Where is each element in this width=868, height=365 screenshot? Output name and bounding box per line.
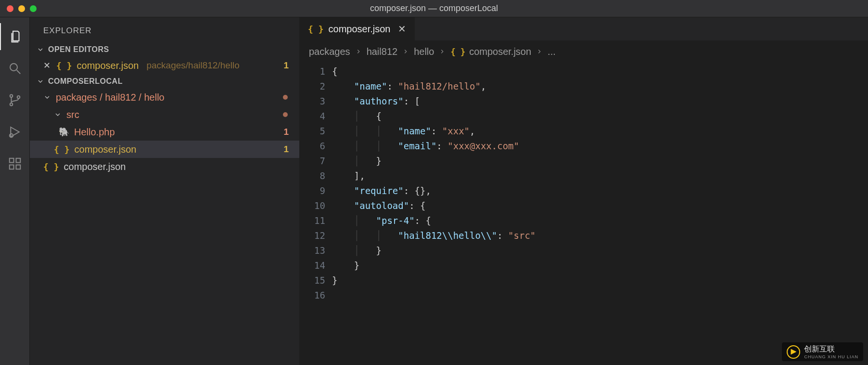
window-minimize-icon[interactable] — [18, 5, 25, 12]
explorer-title: EXPLORER — [30, 17, 299, 42]
open-editor-filename: composer.json — [77, 60, 139, 71]
svg-rect-8 — [16, 165, 20, 169]
window-titlebar: composer.json — composerLocal — [0, 0, 868, 17]
breadcrumb-more[interactable]: ... — [548, 46, 556, 57]
tree-file-composer-nested[interactable]: { } composer.json 1 — [30, 141, 299, 158]
explorer-panel: EXPLORER OPEN EDITORS ✕ { } composer.jso… — [30, 17, 299, 365]
workspace-name: COMPOSERLOCAL — [48, 77, 123, 86]
close-tab-icon[interactable]: ✕ — [398, 23, 406, 35]
open-editors-header[interactable]: OPEN EDITORS — [30, 42, 299, 57]
folder-label: packages / hail812 / hello — [56, 92, 165, 103]
folder-label: src — [66, 109, 79, 120]
json-file-icon: { } — [450, 47, 465, 57]
breadcrumb-item[interactable]: hello — [414, 46, 434, 57]
json-file-icon: { } — [308, 24, 324, 34]
git-branch-icon — [8, 93, 22, 107]
editor-area: { } composer.json ✕ packages hail812 hel… — [299, 17, 868, 365]
php-file-icon: 🐘 — [59, 127, 69, 137]
chevron-down-icon — [43, 93, 51, 101]
activity-scm[interactable] — [0, 87, 30, 114]
json-file-icon: { } — [56, 61, 72, 71]
svg-point-0 — [10, 64, 17, 71]
json-file-icon: { } — [54, 144, 70, 155]
chevron-right-icon — [402, 46, 409, 57]
files-icon — [8, 29, 23, 44]
workspace-header[interactable]: COMPOSERLOCAL — [30, 74, 299, 89]
watermark-logo-icon — [787, 345, 800, 359]
breadcrumb-item[interactable]: packages — [309, 46, 350, 57]
tab-filename: composer.json — [329, 24, 391, 35]
watermark: 创新互联 CHUANG XIN HU LIAN — [782, 342, 863, 361]
breadcrumb[interactable]: packages hail812 hello { } composer.json… — [299, 40, 868, 63]
breadcrumb-item[interactable]: hail812 — [367, 46, 398, 57]
line-gutter: 1 2 3 4 5 6 7 8 9 10 11 12 13 14 15 16 — [303, 63, 332, 365]
tree-folder-src[interactable]: src — [30, 106, 299, 123]
chevron-down-icon — [37, 78, 44, 85]
activity-bar — [0, 17, 30, 365]
activity-extensions[interactable] — [0, 150, 30, 177]
watermark-subtext: CHUANG XIN HU LIAN — [804, 354, 858, 359]
svg-point-2 — [10, 103, 13, 106]
file-label: composer.json — [75, 144, 137, 155]
search-icon — [8, 61, 22, 76]
open-editor-item[interactable]: ✕ { } composer.json packages/hail812/hel… — [30, 57, 299, 74]
window-close-icon[interactable] — [7, 5, 13, 12]
git-badge: 1 — [283, 127, 293, 137]
open-editors-label: OPEN EDITORS — [48, 45, 109, 54]
modified-dot-icon — [283, 112, 288, 117]
window-maximize-icon[interactable] — [30, 5, 37, 12]
tree-file-composer-root[interactable]: { } composer.json — [30, 158, 299, 175]
breadcrumb-file: composer.json — [469, 46, 531, 57]
editor-tab[interactable]: { } composer.json ✕ — [299, 17, 415, 40]
tree-folder-packages[interactable]: packages / hail812 / hello — [30, 89, 299, 106]
activity-debug[interactable] — [0, 118, 30, 145]
window-title: composer.json — composerLocal — [370, 3, 498, 13]
git-badge: 1 — [283, 144, 293, 155]
chevron-down-icon — [54, 111, 62, 118]
tree-file-hello[interactable]: 🐘 Hello.php 1 — [30, 123, 299, 141]
chevron-right-icon — [439, 46, 446, 57]
svg-point-1 — [10, 95, 13, 98]
open-editor-badge: 1 — [283, 60, 293, 71]
open-editor-path: packages/hail812/hello — [146, 60, 239, 71]
close-editor-icon[interactable]: ✕ — [43, 60, 51, 71]
svg-rect-9 — [16, 158, 20, 163]
activity-search[interactable] — [0, 55, 30, 82]
svg-rect-7 — [9, 165, 13, 169]
chevron-down-icon — [37, 46, 44, 53]
chevron-right-icon — [536, 46, 543, 57]
code-editor[interactable]: { "name": "hail812/hello", "authors": [ … — [332, 63, 868, 365]
modified-dot-icon — [283, 95, 288, 100]
breadcrumb-item[interactable]: { } composer.json — [450, 46, 531, 57]
watermark-text: 创新互联 — [804, 344, 858, 354]
file-label: Hello.php — [74, 127, 115, 138]
svg-point-3 — [17, 96, 20, 99]
file-label: composer.json — [64, 161, 126, 172]
json-file-icon: { } — [43, 162, 59, 172]
chevron-right-icon — [355, 46, 362, 57]
debug-icon — [8, 125, 22, 139]
activity-explorer[interactable] — [0, 23, 30, 50]
svg-marker-4 — [11, 127, 19, 137]
editor-tabs: { } composer.json ✕ — [299, 17, 868, 40]
extensions-icon — [8, 156, 22, 171]
svg-rect-6 — [9, 158, 13, 163]
